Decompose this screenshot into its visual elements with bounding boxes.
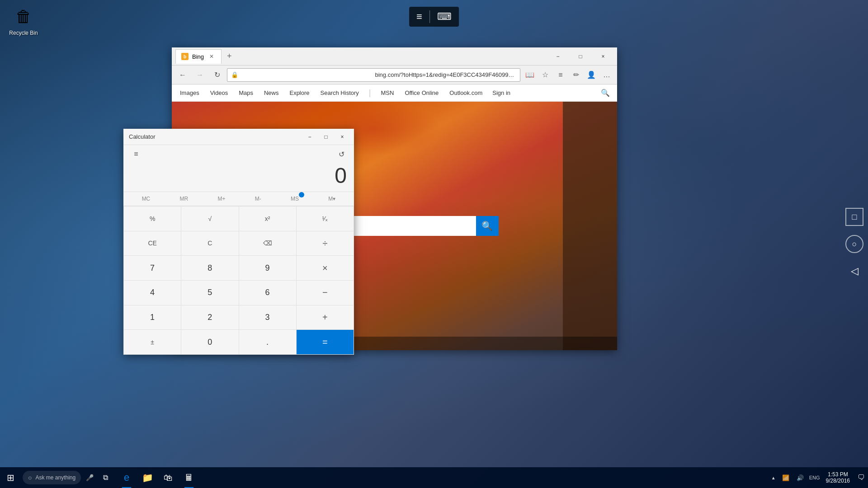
browser-tab[interactable]: b Bing ✕ bbox=[175, 49, 222, 64]
tab-favicon: b bbox=[181, 53, 189, 60]
calc-subtract-button[interactable]: − bbox=[297, 281, 354, 305]
keyboard-icon[interactable]: ⌨ bbox=[437, 11, 452, 23]
bing-nav-office[interactable]: Office Online bbox=[404, 86, 439, 100]
calc-1-button[interactable]: 1 bbox=[124, 305, 181, 330]
taskbar-volume-icon[interactable]: 🔊 bbox=[793, 467, 807, 488]
calc-4-button[interactable]: 4 bbox=[124, 281, 181, 305]
calc-maximize-button[interactable]: □ bbox=[318, 129, 334, 145]
calc-mc-button[interactable]: MC bbox=[138, 194, 154, 204]
bing-nav-videos[interactable]: Videos bbox=[209, 86, 229, 100]
more-icon[interactable]: … bbox=[600, 68, 613, 82]
recycle-bin-label: Recycle Bin bbox=[9, 30, 38, 36]
taskbar-language-icon[interactable]: ENG bbox=[808, 467, 821, 488]
address-bar[interactable]: 🔒 bing.com/?toHttps=1&redig=4E0F3CC4349F… bbox=[227, 68, 520, 82]
calc-equals-button[interactable]: = bbox=[297, 330, 354, 354]
calc-mr-button[interactable]: MR bbox=[176, 194, 192, 204]
browser-titlebar: b Bing ✕ + − □ × bbox=[172, 47, 617, 66]
taskbar-notification-button[interactable]: 🗨 bbox=[854, 467, 868, 488]
right-circle-icon[interactable]: ○ bbox=[845, 235, 863, 253]
calc-mminus-button[interactable]: M- bbox=[251, 194, 265, 204]
calc-0-button[interactable]: 0 bbox=[181, 330, 238, 354]
refresh-button[interactable]: ↻ bbox=[210, 68, 224, 82]
bing-nav-history[interactable]: Search History bbox=[320, 86, 360, 100]
taskbar-date: 9/28/2016 bbox=[826, 478, 850, 484]
new-tab-button[interactable]: + bbox=[223, 50, 236, 63]
calc-8-button[interactable]: 8 bbox=[181, 256, 238, 280]
hamburger-menu-icon[interactable]: ≡ bbox=[416, 11, 422, 23]
taskbar-network-icon[interactable]: 📶 bbox=[779, 467, 793, 488]
calc-mplus-button[interactable]: M+ bbox=[214, 194, 229, 204]
bing-nav-msn[interactable]: MSN bbox=[380, 86, 395, 100]
language-icon: ENG bbox=[809, 475, 820, 480]
browser-maximize-button[interactable]: □ bbox=[570, 50, 591, 63]
calc-9-button[interactable]: 9 bbox=[239, 256, 296, 280]
taskbar-right-tray: ▲ 📶 🔊 ENG 1:53 PM 9/28/2016 🗨 bbox=[769, 467, 868, 488]
back-button[interactable]: ← bbox=[175, 68, 190, 82]
calculator-window: Calculator − □ × ≡ ↺ 0 MC MR M+ M- MS M▾ bbox=[123, 129, 354, 355]
right-square-icon[interactable]: □ bbox=[845, 208, 863, 226]
toolbar-icons: 📖 ☆ ≡ ✏ 👤 … bbox=[523, 68, 613, 82]
recycle-bin-icon[interactable]: 🗑 Recycle Bin bbox=[2, 5, 45, 36]
calc-backspace-button[interactable]: ⌫ bbox=[239, 231, 296, 256]
calc-titlebar: Calculator − □ × bbox=[123, 129, 354, 145]
calc-percent-button[interactable]: % bbox=[124, 206, 181, 231]
bing-nav-explore[interactable]: Explore bbox=[288, 86, 310, 100]
network-icon: 📶 bbox=[782, 474, 789, 481]
right-triangle-icon[interactable]: ◁ bbox=[845, 262, 863, 280]
calc-divide-button[interactable]: ÷ bbox=[297, 231, 354, 256]
calc-minimize-button[interactable]: − bbox=[302, 129, 318, 145]
bing-nav-news[interactable]: News bbox=[263, 86, 280, 100]
tab-close-button[interactable]: ✕ bbox=[208, 52, 216, 61]
bing-nav-outlook[interactable]: Outlook.com bbox=[448, 86, 483, 100]
bing-nav-maps[interactable]: Maps bbox=[238, 86, 254, 100]
bing-nav-images[interactable]: Images bbox=[179, 86, 200, 100]
taskbar-mic-button[interactable]: 🎤 bbox=[83, 467, 96, 488]
calc-mrecall-button[interactable]: M▾ bbox=[325, 194, 339, 204]
calc-7-button[interactable]: 7 bbox=[124, 256, 181, 280]
calc-buttons-grid: % √ x² ¹⁄ₓ CE C ⌫ ÷ 7 8 9 × 4 5 6 − 1 2 … bbox=[123, 206, 354, 355]
browser-minimize-button[interactable]: − bbox=[547, 50, 568, 63]
calc-5-button[interactable]: 5 bbox=[181, 281, 238, 305]
calc-ce-button[interactable]: CE bbox=[124, 231, 181, 256]
start-button[interactable]: ⊞ bbox=[0, 467, 21, 488]
taskbar-clock[interactable]: 1:53 PM 9/28/2016 bbox=[822, 467, 854, 488]
calc-2-button[interactable]: 2 bbox=[181, 305, 238, 330]
taskbar-explorer-icon[interactable]: 📁 bbox=[137, 467, 158, 488]
taskbar-calculator-icon[interactable]: 🖩 bbox=[179, 467, 199, 488]
calc-6-button[interactable]: 6 bbox=[239, 281, 296, 305]
calc-decimal-button[interactable]: . bbox=[239, 330, 296, 354]
share-icon[interactable]: 👤 bbox=[585, 68, 598, 82]
calc-sign-button[interactable]: ± bbox=[124, 330, 181, 354]
reading-list-icon[interactable]: 📖 bbox=[523, 68, 537, 82]
browser-window-controls: − □ × bbox=[547, 50, 613, 63]
calc-menu-button[interactable]: ≡ bbox=[129, 147, 143, 161]
notes-icon[interactable]: ✏ bbox=[569, 68, 583, 82]
calc-c-button[interactable]: C bbox=[181, 231, 238, 256]
forward-button[interactable]: → bbox=[193, 68, 207, 82]
task-view-icon: ⧉ bbox=[103, 474, 108, 482]
taskbar-store-icon[interactable]: 🛍 bbox=[158, 467, 179, 488]
bing-nav-signin[interactable]: Sign in bbox=[492, 89, 510, 96]
taskbar-apps: e 📁 🛍 🖩 bbox=[116, 467, 199, 488]
calc-sqrt-button[interactable]: √ bbox=[181, 206, 238, 231]
calc-history-button[interactable]: ↺ bbox=[334, 147, 349, 161]
calc-reciprocal-button[interactable]: ¹⁄ₓ bbox=[297, 206, 354, 231]
calc-3-button[interactable]: 3 bbox=[239, 305, 296, 330]
taskbar-edge-icon[interactable]: e bbox=[116, 467, 137, 488]
calc-add-button[interactable]: + bbox=[297, 305, 354, 330]
browser-close-button[interactable]: × bbox=[593, 50, 613, 63]
calc-multiply-button[interactable]: × bbox=[297, 256, 354, 280]
tab-label: Bing bbox=[192, 53, 204, 60]
calc-ms-button[interactable]: MS bbox=[287, 194, 302, 204]
calc-close-button[interactable]: × bbox=[334, 129, 350, 145]
hub-icon[interactable]: ≡ bbox=[554, 68, 567, 82]
taskbar-overflow-button[interactable]: ▲ bbox=[769, 467, 778, 488]
bing-nav-search-icon[interactable]: 🔍 bbox=[601, 89, 610, 97]
taskbar-search[interactable]: ○ Ask me anything bbox=[23, 471, 81, 484]
favorites-icon[interactable]: ☆ bbox=[538, 68, 552, 82]
task-view-button[interactable]: ⧉ bbox=[96, 467, 114, 488]
bing-nav-separator: | bbox=[369, 88, 371, 98]
bing-search-button[interactable]: 🔍 bbox=[476, 216, 499, 236]
top-nav-bar: ≡ ⌨ bbox=[409, 7, 459, 27]
calc-square-button[interactable]: x² bbox=[239, 206, 296, 231]
